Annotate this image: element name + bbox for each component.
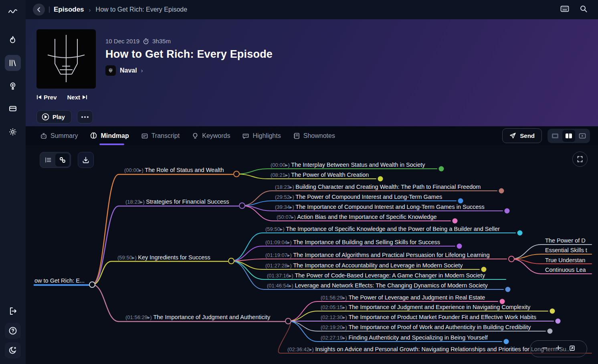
plus-icon (556, 345, 561, 351)
mindmap-node-label[interactable]: (00:00▸) The Interplay Between Status an… (271, 162, 425, 168)
view-mode-reader[interactable] (549, 130, 562, 142)
mindmap-node-dot[interactable] (550, 309, 555, 314)
fit-view-button[interactable] (569, 345, 575, 353)
logout-button[interactable] (5, 303, 21, 319)
mindmap-canvas[interactable]: ow to Get Rich: E...(00:00▸) The Role of… (26, 145, 598, 364)
mindmap-node-label[interactable]: (01:37:16▸) The Power of Code-Based Leve… (267, 272, 485, 279)
back-button[interactable] (33, 4, 45, 16)
mindmap-junction[interactable] (509, 256, 514, 262)
download-mindmap-button[interactable] (78, 152, 94, 168)
mindmap-node-label[interactable]: (01:46:54▸) Leverage and Network Effects… (267, 282, 488, 289)
mindmap-junction[interactable] (285, 318, 291, 324)
mindmap-node-dot[interactable] (547, 329, 553, 334)
outline-view-button[interactable] (41, 154, 55, 166)
view-mode-player[interactable] (576, 130, 589, 142)
mindmap-node-dot[interactable] (499, 188, 504, 194)
sidebar-item-settings[interactable] (5, 124, 21, 140)
mindmap-node-dot[interactable] (517, 231, 523, 236)
mindmap-node-label[interactable]: (02:19:20▸) The Importance of Proof of W… (321, 324, 531, 330)
play-button[interactable]: Play (36, 110, 72, 123)
tab-summary[interactable]: Summary (40, 126, 78, 145)
view-mode-split[interactable] (562, 130, 575, 142)
mindmap-junction[interactable] (239, 203, 245, 208)
breadcrumb-section[interactable]: Episodes (54, 6, 84, 14)
left-nav-rail (0, 0, 26, 364)
tab-label: Keywords (202, 132, 230, 140)
mindmap-node-label[interactable]: (01:56:29▸) The Power of Leverage and Ju… (321, 294, 485, 301)
tab-label: Shownotes (303, 132, 335, 140)
dark-mode-toggle[interactable] (5, 342, 21, 358)
mindmap-node-label[interactable]: (18:23▸) Strategies for Financial Succes… (125, 198, 229, 205)
mindmap-node-label[interactable]: (01:19:07▸) The Importance of Algorithms… (265, 252, 489, 258)
mindmap-node-dot[interactable] (458, 198, 463, 204)
mindmap-node-label[interactable]: (50:07▸) Action Bias and the Importance … (277, 214, 437, 220)
mindmap-node-label[interactable]: (01:56:29▸) The Importance of Judgment a… (125, 314, 271, 320)
episode-artwork[interactable] (36, 29, 96, 89)
mindmap-node-label[interactable]: (02:05:15▸) The Importance of Judgment a… (321, 304, 531, 310)
send-button[interactable]: Send (502, 128, 542, 143)
top-bar: Episodes › How to Get Rich: Every Episod… (26, 0, 598, 19)
mindmap-junction[interactable] (228, 258, 234, 264)
moon-icon (8, 346, 18, 355)
next-label: Next (67, 94, 81, 101)
mindmap-node-dot[interactable] (500, 299, 505, 304)
app-logo-icon[interactable] (5, 3, 21, 19)
mindmap-node-label[interactable]: (00:00▸) The Role of Status and Wealth (124, 167, 224, 173)
mindmap-node-dot[interactable] (556, 319, 561, 324)
prev-episode-button[interactable]: Prev (36, 94, 57, 101)
mindmap-node-dot[interactable] (378, 176, 383, 182)
next-episode-button[interactable]: Next (67, 94, 88, 101)
sidebar-item-trending[interactable] (5, 32, 21, 48)
mindmap-junction[interactable] (234, 171, 239, 177)
help-button[interactable] (5, 323, 21, 339)
mindmap-node-label[interactable]: (02:12:30▸) The Importance of Product Ma… (321, 314, 536, 320)
mindmap-node-dot[interactable] (504, 339, 509, 344)
mindmap-layout-switcher (40, 152, 71, 168)
quote-bubble-icon (242, 132, 249, 140)
mindmap-node-label[interactable]: (01:09:04▸) The Importance of Building a… (265, 239, 440, 245)
mindmap-junction[interactable] (89, 282, 95, 287)
tab-transcript[interactable]: Transcript (141, 126, 180, 145)
fullscreen-button[interactable] (572, 152, 588, 167)
skip-prev-icon (36, 95, 42, 100)
graph-view-button[interactable] (55, 154, 69, 166)
keyboard-shortcuts-button[interactable] (557, 5, 572, 14)
mindmap-node-label[interactable]: (02:27:19▸) Finding Authenticity and Spe… (321, 334, 488, 341)
mindmap-node-dot[interactable] (481, 267, 487, 272)
tab-highlights[interactable]: Highlights (242, 126, 281, 145)
mindmap-node-label[interactable]: (59:50▸) The Importance of Specific Know… (265, 226, 500, 232)
mindmap-node-label[interactable]: (39:34▸) The Importance of Compound Inte… (275, 204, 485, 210)
zoom-out-button[interactable] (542, 345, 547, 352)
tab-mindmap[interactable]: Mindmap (90, 126, 129, 145)
sidebar-item-library[interactable] (5, 55, 21, 71)
mindmap-node-label[interactable]: Continuous Lea (545, 267, 586, 273)
mindmap-node-dot[interactable] (505, 208, 510, 214)
mindmap-node-label[interactable]: (29:52▸) The Power of Compound Interest … (275, 194, 442, 200)
mindmap-node-label[interactable]: (02:36:42▸) Insights on Advice and Perso… (287, 346, 571, 352)
mindmap-node-label[interactable]: The Power of D (545, 237, 586, 244)
sidebar-item-subscriptions[interactable] (5, 101, 21, 117)
mindmap-node-dot[interactable] (505, 287, 511, 292)
podcast-name: Naval (120, 67, 137, 74)
more-dots-icon (81, 116, 83, 118)
sidebar-item-podcasts[interactable] (5, 78, 21, 94)
mindmap-node-label[interactable]: (01:27:28▸) The Importance of Accountabi… (265, 262, 463, 269)
zoom-in-button[interactable] (556, 345, 561, 352)
mindmap-node-dot[interactable] (457, 244, 462, 249)
mindmap-node-label[interactable]: True Understan (545, 257, 585, 263)
card-icon (8, 104, 18, 113)
episode-header: Prev Next 10 Dec 2019 3h35m How to Get R… (26, 19, 598, 126)
mindmap-node-label[interactable]: ow to Get Rich: E... (34, 277, 85, 284)
more-options-button[interactable] (77, 110, 93, 123)
tab-shownotes[interactable]: Shownotes (293, 126, 335, 145)
mindmap-node-label[interactable]: (18:23▸) Building Character and Creating… (275, 184, 481, 190)
mindmap-node-label[interactable]: (08:21▸) The Power of Wealth Creation (271, 172, 369, 178)
mindmap-node-dot[interactable] (439, 166, 444, 172)
tab-keywords[interactable]: Keywords (192, 126, 230, 145)
mindmap-node-label[interactable]: Essential Skills t (545, 247, 587, 253)
podcast-link[interactable]: Naval › (105, 65, 273, 76)
search-button[interactable] (576, 5, 591, 14)
mindmap-node-dot[interactable] (453, 218, 458, 224)
mindmap-node-label[interactable]: (59:50▸) Key Ingredients for Success (117, 254, 210, 261)
single-pane-icon (552, 133, 559, 139)
